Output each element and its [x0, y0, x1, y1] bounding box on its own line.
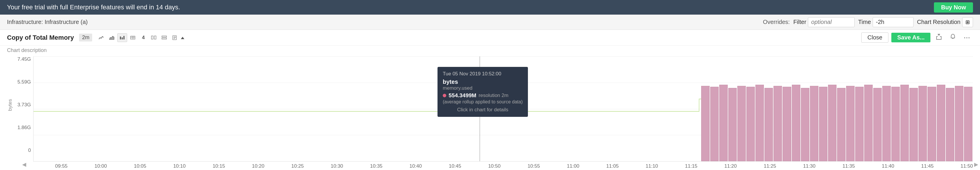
chart-title: Copy of Total Memory	[7, 34, 74, 42]
split-icon[interactable]	[149, 33, 159, 42]
bar	[891, 87, 900, 161]
bar	[946, 88, 955, 161]
bell-icon[interactable]	[947, 32, 958, 43]
time-badge: 2m	[79, 34, 92, 42]
overrides-label: Overrides:	[763, 19, 790, 26]
svg-rect-9	[135, 36, 135, 39]
bar	[882, 86, 891, 161]
overrides-section: Overrides: Filter Time Chart Resolution …	[763, 17, 973, 27]
top-bar: Infrastructure: Infrastructure (a) Overr…	[0, 14, 980, 30]
bar	[909, 88, 918, 161]
x-tick: 11:40	[882, 163, 894, 169]
y-tick-1: 7.45G	[18, 56, 31, 62]
bar	[810, 86, 818, 161]
bar	[964, 87, 972, 161]
grid-line-bottom	[33, 161, 973, 162]
x-tick: 11:35	[842, 163, 855, 169]
number-icon[interactable]: 4	[138, 33, 148, 42]
line-chart-icon[interactable]	[96, 33, 106, 42]
y-tick-5: 0	[28, 148, 31, 153]
bar	[855, 87, 864, 161]
x-tick: 11:10	[646, 163, 658, 169]
bar-chart-icon[interactable]	[117, 33, 127, 42]
bar	[819, 87, 827, 161]
x-tick: 10:55	[528, 163, 540, 169]
x-tick: 10:30	[331, 163, 343, 169]
nav-left-arrow[interactable]: ◀	[21, 160, 28, 168]
area-chart-icon[interactable]	[107, 33, 117, 42]
bar	[764, 88, 773, 161]
share-button[interactable]	[933, 32, 944, 43]
bar	[918, 86, 927, 161]
resolution-button[interactable]: ⊞	[962, 17, 973, 27]
time-label: Time	[858, 19, 871, 26]
y-tick-4: 1.86G	[18, 125, 31, 131]
x-tick: 10:50	[488, 163, 501, 169]
time-group: Time	[858, 17, 913, 27]
x-tick: 10:35	[370, 163, 383, 169]
note-icon[interactable]	[170, 33, 180, 42]
bar	[756, 85, 764, 161]
x-tick: 11:45	[921, 163, 934, 169]
filter-group: Filter	[793, 17, 854, 27]
y-axis: 7.45G 5.59G 3.73G 1.86G 0	[13, 56, 33, 162]
x-tick: 10:20	[252, 163, 264, 169]
chart-resolution-label: Chart Resolution	[917, 19, 961, 26]
sort-arrow-icon	[181, 37, 185, 39]
chart-description: Chart description	[7, 46, 973, 55]
bar	[900, 85, 909, 161]
svg-marker-0	[110, 36, 114, 39]
bars-section	[701, 56, 973, 161]
bar	[828, 85, 837, 161]
x-tick: 09:55	[55, 163, 68, 169]
save-as-button[interactable]: Save As...	[891, 33, 931, 42]
y-axis-label: bytes	[7, 99, 13, 111]
nav-right-arrow[interactable]: ▶	[972, 160, 980, 168]
x-tick: 10:15	[213, 163, 225, 169]
bar	[719, 85, 728, 161]
bar	[801, 88, 810, 161]
bar	[737, 86, 746, 161]
bar	[955, 86, 963, 161]
x-tick: 11:25	[764, 163, 776, 169]
more-options-button[interactable]: ⋯	[961, 33, 973, 43]
svg-rect-13	[162, 38, 167, 39]
chart-wrapper: bytes 7.45G 5.59G 3.73G 1.86G 0	[7, 56, 973, 162]
svg-rect-12	[162, 36, 167, 37]
x-tick: 10:25	[291, 163, 304, 169]
bar	[701, 86, 710, 161]
bar	[728, 88, 737, 161]
filter-label: Filter	[793, 19, 806, 26]
bar	[792, 85, 800, 161]
x-tick: 11:05	[606, 163, 619, 169]
filter-input[interactable]	[808, 17, 854, 27]
x-tick: 11:50	[961, 163, 973, 169]
bar	[937, 85, 945, 161]
bar	[773, 86, 782, 161]
x-tick: 10:40	[409, 163, 422, 169]
y-tick-2: 5.59G	[18, 79, 31, 85]
bar	[846, 86, 854, 161]
buy-now-button[interactable]: Buy Now	[934, 2, 973, 13]
bar	[864, 85, 873, 161]
time-input[interactable]	[873, 17, 913, 27]
chart-type-icons: 4	[96, 33, 185, 42]
chart-toolbar: Copy of Total Memory 2m 4	[0, 30, 980, 46]
close-button[interactable]: Close	[861, 32, 888, 43]
bar	[837, 88, 846, 161]
y-tick-3: 3.73G	[18, 102, 31, 108]
table-icon[interactable]	[128, 33, 138, 42]
stack-icon[interactable]	[159, 33, 169, 42]
x-tick: 11:00	[567, 163, 579, 169]
chart-area: Chart description bytes 7.45G 5.59G 3.73…	[0, 46, 980, 168]
breadcrumb: Infrastructure: Infrastructure (a)	[7, 19, 763, 26]
x-tick: 10:00	[94, 163, 107, 169]
chart-inner[interactable]: Tue 05 Nov 2019 10:52:00 bytes memory.us…	[33, 56, 973, 162]
x-tick: 11:15	[685, 163, 698, 169]
x-axis: ◀ 09:55 10:00 10:05 10:10 10:15 10:20 10…	[27, 162, 973, 169]
bar	[710, 87, 719, 161]
x-tick: 11:20	[724, 163, 737, 169]
number-label: 4	[142, 35, 145, 41]
resolution-icon: ⊞	[966, 19, 970, 26]
svg-rect-10	[151, 36, 153, 39]
